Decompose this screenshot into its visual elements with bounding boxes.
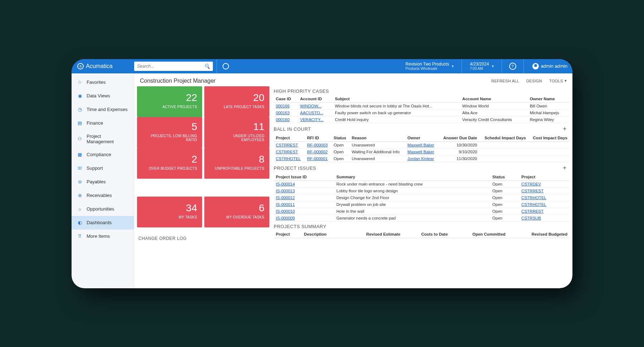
kpi-active-projects[interactable]: 22ACTIVE PROJECTS [137, 86, 202, 117]
case-id-link[interactable]: 000160 [274, 116, 298, 123]
add-ball-in-court-button[interactable]: + [560, 125, 570, 133]
sidebar-item-opportunities[interactable]: ⌂Opportunities [72, 202, 134, 216]
sidebar-item-label: Opportunities [87, 206, 114, 212]
col-account-name[interactable]: Account Name [460, 95, 528, 103]
account-id-link[interactable]: VERACITY... [298, 116, 333, 123]
table-row[interactable]: 000160VERACITY...Credit Hold inquiryVera… [274, 116, 570, 123]
brand[interactable]: a Acumatica [72, 63, 134, 69]
environment-selector[interactable]: Revision Two Products Products Wholesale… [401, 62, 458, 71]
table-row[interactable]: IS-000010Hole in the wallOpenCSTRREST [274, 208, 570, 215]
col-project[interactable]: Project [519, 173, 570, 181]
col-revised-estimate[interactable]: Revised Estimate [343, 231, 402, 238]
add-project-issue-button[interactable]: + [560, 164, 570, 172]
kpi-under-utilized-employees[interactable]: 11UNDER UTILIZED EMPLOYEES [204, 117, 269, 148]
case-id-link[interactable]: 000166 [274, 102, 298, 109]
col-project-issue-id[interactable]: Project Issue ID [274, 173, 334, 181]
sidebar-item-more-items[interactable]: ⠿More Items [72, 230, 134, 243]
project-link[interactable]: CSTRDEV [519, 180, 570, 187]
issue-id-link[interactable]: IS-000009 [274, 215, 334, 221]
col-status[interactable]: Status [490, 173, 519, 181]
sidebar-item-compliance[interactable]: ▦Compliance [72, 148, 134, 162]
issue-id-link[interactable]: IS-000012 [274, 194, 334, 201]
search-icon[interactable]: 🔍 [204, 63, 210, 69]
project-link[interactable]: CSTRSUB [519, 215, 570, 221]
account-id-link[interactable]: AACUSTO... [298, 109, 333, 116]
project-link[interactable]: CSTRREST [274, 148, 305, 155]
project-link[interactable]: CSTRREST [519, 187, 570, 194]
col-case-id[interactable]: Case ID [274, 95, 298, 103]
col-cost-impact-days[interactable]: Cost Impact Days [528, 134, 570, 142]
table-row[interactable]: IS-000014Rock under main entrance - need… [274, 180, 570, 187]
subject-cell: Faulty power switch on back up generator [333, 109, 460, 116]
sidebar-item-payables[interactable]: ⊖Payables [72, 175, 134, 189]
sidebar-item-data-views[interactable]: ◉Data Views [72, 89, 134, 103]
issue-id-link[interactable]: IS-000013 [274, 187, 334, 194]
issue-id-link[interactable]: IS-000010 [274, 208, 334, 215]
table-row[interactable]: IS-000012Design Change for 2nd FloorOpen… [274, 194, 570, 201]
col-schedul-impact-days[interactable]: Schedul Impact Days [479, 134, 528, 142]
col-project[interactable]: Project [274, 134, 305, 142]
project-link[interactable]: CSTRREST [519, 208, 570, 215]
help-icon[interactable]: ? [509, 63, 516, 70]
col-project[interactable]: Project [274, 231, 302, 238]
table-row[interactable]: IS-000011Drywall problem on job siteOpen… [274, 201, 570, 208]
project-link[interactable]: CSTRHOTEL [274, 155, 305, 162]
tools-dropdown[interactable]: TOOLS ▾ [549, 78, 567, 83]
search-input-wrap[interactable]: 🔍 [134, 62, 213, 71]
sidebar-item-receivables[interactable]: ⊕Receivables [72, 189, 134, 202]
owner-link[interactable]: Jordan Kinlear [405, 155, 439, 162]
col-subject[interactable]: Subject [333, 95, 460, 103]
rfi-link[interactable]: RF-000002 [305, 148, 331, 155]
clock-icon[interactable] [223, 63, 229, 69]
table-row[interactable]: 000166WINDOW...Window blinds not secure … [274, 102, 570, 109]
case-id-link[interactable]: 000163 [274, 109, 298, 116]
account-id-link[interactable]: WINDOW... [298, 102, 333, 109]
sidebar-item-support[interactable]: ☏Support [72, 162, 134, 175]
sidebar-item-dashboards[interactable]: ◐Dashboards [72, 216, 134, 230]
table-row[interactable]: IS-000009Generator needs a concrete padO… [274, 215, 570, 221]
col-summary[interactable]: Summary [334, 173, 490, 181]
issue-id-link[interactable]: IS-000011 [274, 201, 334, 208]
col-costs-to-date[interactable]: Costs to Date [402, 231, 450, 238]
refresh-all-button[interactable]: REFRESH ALL [491, 78, 519, 83]
sidebar-item-time-and-expenses[interactable]: ◷Time and Expenses [72, 103, 134, 116]
col-owner[interactable]: Owner [405, 134, 439, 142]
owner-link[interactable]: Maxwell Baker [405, 141, 439, 148]
col-rfi-id[interactable]: RFI ID [305, 134, 331, 142]
col-status[interactable]: Status [332, 134, 350, 142]
col-open-committed[interactable]: Open Committed [450, 231, 508, 238]
owner-link[interactable]: Maxwell Baker [405, 148, 439, 155]
kpi-over-budget-projects[interactable]: 2OVER BUDGET PROJECTS [137, 148, 202, 179]
rfi-link[interactable]: RF-000003 [305, 141, 331, 148]
table-row[interactable]: IS-000013Lobby floor tile logo wrong des… [274, 187, 570, 194]
table-row[interactable]: CSTRHOTELRF-000001OpenUnansweredJordan K… [274, 155, 570, 162]
design-button[interactable]: DESIGN [526, 78, 542, 83]
table-row[interactable]: 000163AACUSTO...Faulty power switch on b… [274, 109, 570, 116]
col-revised-budgeted[interactable]: Revised Budgeted [508, 231, 570, 238]
col-account-id[interactable]: Account ID [298, 95, 333, 103]
sidebar-item-project-management[interactable]: ⚇Project Management [72, 130, 134, 148]
col-owner-name[interactable]: Owner Name [528, 95, 570, 103]
user-menu[interactable]: admin admin [527, 63, 572, 69]
project-link[interactable]: CSTRHOTEL [519, 194, 570, 201]
issue-id-link[interactable]: IS-000014 [274, 180, 334, 187]
col-answer-due-date[interactable]: Answer Due Date [439, 134, 479, 142]
kpi-unprofitable-projects[interactable]: 8UNPROFITABLE PROJECTS [204, 148, 269, 179]
kpi-late-project-tasks[interactable]: 20LATE PROJECT TASKS [204, 86, 269, 117]
project-link[interactable]: CSTRHOTEL [519, 201, 570, 208]
kpi-projects-low-billing-ratio[interactable]: 5PROJECTS, LOW BILLING RATIO [137, 117, 202, 148]
sidebar-item-finance[interactable]: ▤Finance [72, 116, 134, 130]
datetime-selector[interactable]: 4/23/2024 7:03 AM ▾ [465, 62, 498, 71]
rfi-link[interactable]: RF-000001 [305, 155, 331, 162]
kpi-my-overdue-tasks[interactable]: 6MY OVERDUE TASKS [204, 197, 269, 227]
project-link[interactable]: CSTRREST [274, 141, 305, 148]
table-row[interactable]: CSTRRESTRF-000003OpenUnansweredMaxwell B… [274, 141, 570, 148]
kpi-my-tasks[interactable]: 34MY TASKS [137, 197, 202, 227]
col-reason[interactable]: Reason [350, 134, 405, 142]
cost-cell [528, 155, 570, 162]
minus-icon: ⊖ [77, 179, 83, 185]
table-row[interactable]: CSTRRESTRF-000002OpenWaiting For Additio… [274, 148, 570, 155]
sidebar-item-favorites[interactable]: ☆Favorites [72, 76, 134, 89]
search-input[interactable] [137, 64, 204, 69]
col-description[interactable]: Description [302, 231, 343, 238]
